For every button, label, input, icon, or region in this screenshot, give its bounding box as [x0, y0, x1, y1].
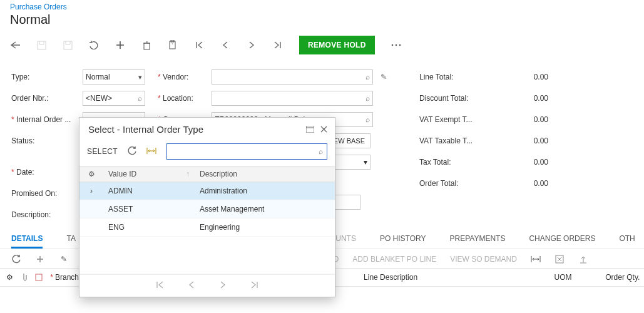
page-prev-icon[interactable] — [188, 281, 195, 287]
table-row[interactable]: ENGEngineering — [79, 218, 335, 237]
undo-icon[interactable] — [89, 40, 99, 50]
breadcrumb[interactable]: Purchase Orders — [10, 3, 67, 11]
line-total-label: Line Total: — [419, 73, 494, 81]
popup-search-input[interactable]: ⌕ — [166, 143, 327, 160]
window-icon[interactable] — [306, 124, 314, 135]
sort-asc-icon: ↑ — [186, 170, 190, 178]
tab-prepayments[interactable]: PREPAYMENTS — [449, 230, 505, 249]
svg-rect-1 — [64, 41, 72, 49]
svg-rect-0 — [38, 41, 46, 49]
description-label: Description: — [11, 210, 79, 219]
fit-columns-icon[interactable] — [531, 254, 541, 264]
refresh-icon[interactable] — [11, 254, 21, 264]
cell-value-id: ENG — [103, 218, 195, 237]
order-nbr-value: <NEW> — [86, 94, 112, 103]
grid-settings-icon[interactable]: ⚙ — [79, 167, 103, 182]
more-icon[interactable] — [391, 40, 401, 50]
add-blanket-po-button[interactable]: ADD BLANKET PO LINE — [352, 255, 436, 264]
col-value-id[interactable]: Value ID ↑ — [103, 167, 195, 182]
search-icon[interactable]: ⌕ — [365, 94, 370, 103]
tab-other[interactable]: OTH — [619, 230, 635, 249]
svg-point-7 — [399, 44, 401, 46]
col-value-id-label: Value ID — [108, 170, 136, 178]
main-toolbar: REMOVE HOLD — [0, 32, 644, 61]
tab-change-orders[interactable]: CHANGE ORDERS — [529, 230, 595, 249]
note-icon[interactable] — [31, 269, 46, 286]
close-icon[interactable] — [320, 124, 327, 135]
delete-icon[interactable] — [141, 40, 151, 50]
type-label: Type: — [11, 73, 79, 81]
discount-total-label: Discount Total: — [419, 94, 494, 103]
type-value: Normal — [86, 73, 110, 81]
save-icon — [63, 40, 73, 50]
table-row[interactable]: ASSETAsset Management — [79, 200, 335, 218]
order-total-value: 0.00 — [498, 179, 548, 188]
svg-rect-2 — [144, 43, 150, 49]
attachment-icon[interactable] — [17, 269, 31, 286]
chevron-down-icon: ▾ — [364, 158, 367, 167]
order-nbr-input[interactable]: <NEW>⌕ — [83, 91, 145, 106]
add-row-icon — [35, 254, 45, 264]
svg-rect-3 — [170, 41, 175, 49]
back-icon[interactable] — [10, 40, 20, 50]
fit-columns-icon[interactable] — [146, 147, 156, 156]
next-icon[interactable] — [247, 40, 257, 50]
col-order-qty[interactable]: Order Qty. — [601, 269, 644, 286]
chevron-down-icon: ▾ — [138, 73, 142, 81]
type-select[interactable]: Normal▾ — [83, 69, 145, 85]
cell-description: Asset Management — [195, 200, 335, 218]
clipboard-icon[interactable] — [168, 40, 178, 50]
upload-icon[interactable] — [578, 254, 588, 264]
date-label: Date: — [11, 168, 79, 177]
last-icon[interactable] — [273, 40, 283, 50]
search-icon[interactable]: ⌕ — [138, 94, 142, 103]
order-total-label: Order Total: — [419, 179, 494, 188]
caret-right-icon: › — [79, 182, 103, 200]
cell-description: Administration — [195, 182, 335, 200]
tab-details[interactable]: DETAILS — [11, 230, 43, 249]
vendor-label: Vendor: — [158, 73, 208, 81]
edit-icon[interactable]: ✎ — [381, 73, 387, 81]
tab-po-history[interactable]: PO HISTORY — [380, 230, 426, 249]
add-icon[interactable] — [115, 40, 125, 50]
vat-exempt-label: VAT Exempt T... — [419, 115, 494, 124]
search-icon[interactable]: ⌕ — [365, 73, 370, 81]
tax-total-label: Tax Total: — [419, 158, 494, 167]
first-icon[interactable] — [194, 40, 204, 50]
remove-hold-button[interactable]: REMOVE HOLD — [299, 36, 375, 54]
svg-point-6 — [395, 44, 397, 46]
status-label: Status: — [11, 136, 79, 145]
vendor-input[interactable]: ⌕ — [212, 69, 373, 85]
tab-taxes[interactable]: TA — [66, 230, 75, 249]
location-input[interactable]: ⌕ — [212, 91, 373, 106]
refresh-icon[interactable] — [128, 146, 136, 157]
col-uom[interactable]: UOM — [551, 269, 602, 286]
excel-icon[interactable] — [555, 254, 565, 264]
svg-point-5 — [391, 44, 393, 46]
location-label: Location: — [158, 94, 208, 103]
internal-order-label: Internal Order ... — [11, 115, 79, 124]
page-last-icon[interactable] — [251, 281, 258, 287]
lookup-popup: Select - Internal Order Type SELECT ⌕ ⚙ … — [79, 117, 335, 287]
view-so-demand-button[interactable]: VIEW SO DEMAND — [450, 255, 517, 264]
save-close-icon — [36, 40, 46, 50]
svg-rect-10 — [306, 126, 314, 133]
promised-on-label: Promised On: — [11, 189, 79, 198]
cell-value-id: ADMIN — [103, 182, 195, 200]
vat-taxable-label: VAT Taxable T... — [419, 136, 494, 145]
select-button[interactable]: SELECT — [87, 147, 118, 156]
table-row[interactable]: ›ADMINAdministration — [79, 182, 335, 200]
page-first-icon[interactable] — [156, 281, 163, 287]
cell-value-id: ASSET — [103, 200, 195, 218]
prev-icon[interactable] — [220, 40, 230, 50]
search-icon: ⌕ — [319, 147, 323, 156]
page-next-icon[interactable] — [220, 281, 226, 287]
search-icon[interactable]: ⌕ — [365, 115, 370, 124]
line-total-value: 0.00 — [498, 73, 548, 81]
lookup-table: ⚙ Value ID ↑ Description ›ADMINAdministr… — [79, 166, 335, 274]
grid-settings-icon[interactable]: ⚙ — [3, 269, 17, 286]
col-description[interactable]: Description — [195, 167, 335, 182]
discount-total-value: 0.00 — [498, 94, 548, 103]
col-line-description[interactable]: Line Description — [360, 269, 551, 286]
cell-description: Engineering — [195, 218, 335, 237]
